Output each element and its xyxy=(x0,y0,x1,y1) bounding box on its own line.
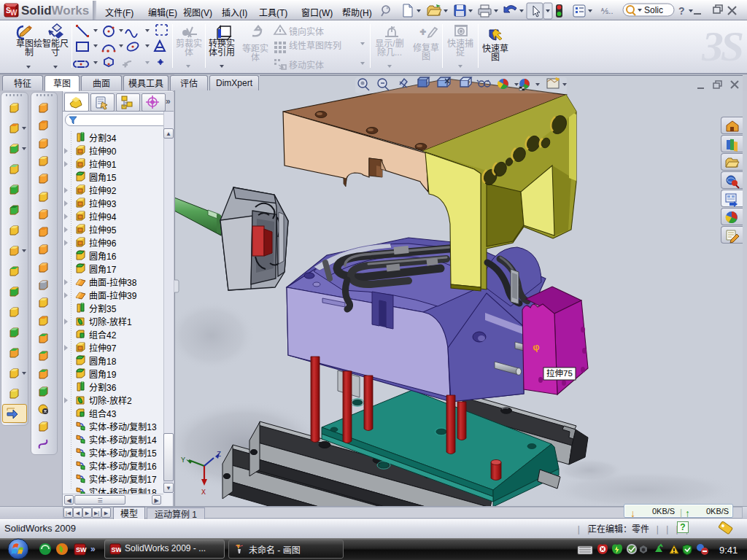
svg-text:拉伸75: 拉伸75 xyxy=(546,367,573,378)
svg-text:Y: Y xyxy=(181,456,185,464)
svg-text:W: W xyxy=(10,9,18,17)
svg-text:9:41: 9:41 xyxy=(719,545,738,556)
svg-text:Solic: Solic xyxy=(644,5,663,15)
svg-text:»: » xyxy=(90,544,96,554)
svg-text:X: X xyxy=(201,489,206,497)
svg-text:+: + xyxy=(420,26,426,37)
svg-text:SolidWorks: SolidWorks xyxy=(21,4,89,18)
svg-text:SW: SW xyxy=(76,546,87,553)
svg-text:⅍..: ⅍.. xyxy=(600,7,613,15)
svg-text:?: ? xyxy=(678,5,685,17)
svg-text:SW: SW xyxy=(112,546,122,553)
svg-text:Z: Z xyxy=(217,451,221,459)
